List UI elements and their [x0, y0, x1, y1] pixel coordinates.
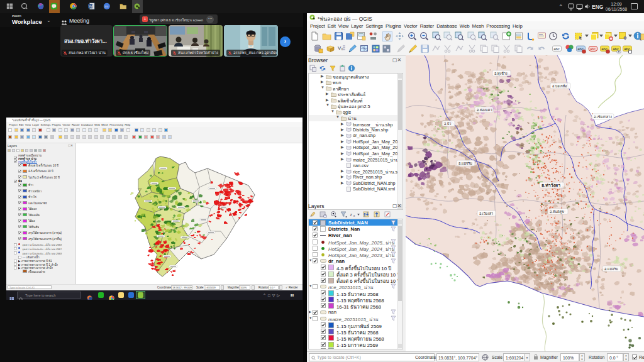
svg-text:W: W	[89, 4, 92, 8]
svg-text:อ.แม่จริม: อ.แม่จริม	[604, 267, 618, 271]
svg-text:อ.บ่อเกลือ: อ.บ่อเกลือ	[552, 84, 567, 88]
svg-text:zm: zm	[104, 5, 108, 8]
svg-text:abc: abc	[553, 47, 560, 51]
svg-text:อ.ทุ่งช้าง: อ.ทุ่งช้าง	[494, 72, 508, 76]
svg-text:abc: abc	[590, 47, 596, 51]
svg-text:V₀: V₀	[338, 45, 343, 51]
svg-text:อ.เชียงกลาง: อ.เชียงกลาง	[594, 115, 612, 119]
svg-text:อ.ท่าวังผา: อ.ท่าวังผา	[541, 183, 560, 187]
svg-text:อ.เวียงสา: อ.เวียงสา	[479, 212, 493, 216]
svg-text:อ.สองแคว: อ.สองแคว	[477, 108, 492, 112]
svg-text:อ.ปัว: อ.ปัว	[444, 122, 451, 126]
svg-text:ε: ε	[350, 212, 352, 217]
svg-text:อ.สันติสุข: อ.สันติสุข	[550, 210, 564, 214]
svg-text:abc: abc	[613, 47, 619, 51]
svg-text:x: x	[353, 214, 355, 217]
svg-text:อ.แม่จริม: อ.แม่จริม	[458, 162, 472, 165]
